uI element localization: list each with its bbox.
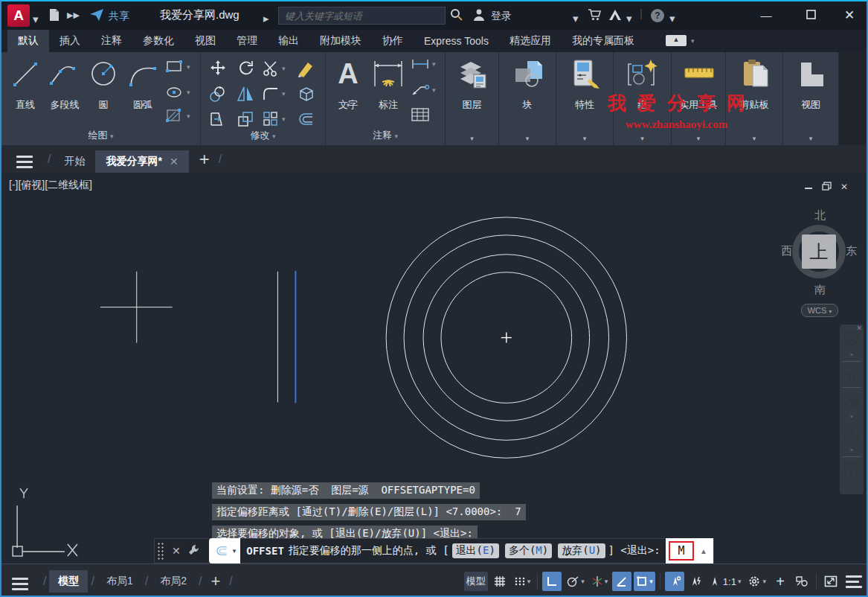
polyline-button[interactable]: 多段线: [43, 58, 86, 89]
array-button[interactable]: ▾: [262, 110, 286, 128]
view-panel-caret[interactable]: ▾: [783, 135, 838, 142]
leader-caret-icon[interactable]: ▾: [432, 86, 436, 94]
option-undo-button[interactable]: 放弃(U): [558, 543, 605, 558]
clean-screen-button[interactable]: [821, 572, 840, 591]
panel-properties[interactable]: 特性 ▾: [556, 52, 614, 145]
nav-pan-icon[interactable]: [843, 366, 860, 383]
doc-minimize-icon[interactable]: [804, 180, 813, 194]
new-tab-button[interactable]: +: [199, 149, 210, 170]
tab-document[interactable]: 我爱分享网* ✕: [95, 150, 188, 173]
panel-block[interactable]: 块 ▾: [499, 52, 556, 145]
ortho-toggle[interactable]: [542, 572, 562, 591]
quick-access-expand-icon[interactable]: ▶▶: [67, 10, 80, 20]
recent-commands-caret[interactable]: ▲: [697, 547, 710, 555]
panel-groups[interactable]: 组 ▾: [614, 52, 672, 145]
hatch-button[interactable]: ▾: [165, 109, 190, 124]
dimension-button[interactable]: 标注: [369, 58, 408, 89]
hatch-caret-icon[interactable]: ▾: [187, 112, 190, 120]
new-layout-button[interactable]: +: [205, 572, 226, 591]
panel-annotation-label[interactable]: 注释 ▾: [326, 129, 445, 142]
new-file-icon[interactable]: [48, 8, 61, 24]
tab-featured-apps[interactable]: 精选应用: [499, 30, 562, 52]
tab-layout2[interactable]: 布局2: [151, 570, 196, 593]
scale-caret-icon[interactable]: ▾: [738, 578, 742, 585]
help-icon[interactable]: ?: [650, 8, 665, 25]
rectangle-caret-icon[interactable]: ▾: [187, 63, 190, 71]
snap-caret-icon[interactable]: ▾: [527, 578, 531, 585]
signin-caret-icon[interactable]: ▾: [573, 12, 579, 25]
rotate-button[interactable]: [237, 60, 254, 77]
share-icon[interactable]: [89, 8, 104, 24]
annotation-scale-button[interactable]: 1:1 ▾: [708, 572, 744, 591]
isodraft-toggle[interactable]: ▾: [589, 572, 611, 591]
doc-restore-icon[interactable]: [822, 180, 832, 194]
viewcube-east[interactable]: 东: [846, 244, 857, 258]
tab-insert[interactable]: 插入: [49, 30, 91, 52]
polar-caret-icon[interactable]: ▾: [581, 578, 585, 585]
text-button[interactable]: A 文字 ▾: [332, 58, 364, 89]
move-button[interactable]: [208, 60, 228, 77]
tab-layout1[interactable]: 布局1: [97, 570, 142, 593]
osnap-toggle[interactable]: ▾: [634, 572, 655, 591]
viewcube[interactable]: 北 西 东 南 上 WCS ▾: [786, 208, 853, 320]
navigation-bar[interactable]: ✕ ▾ ▾ ▾: [840, 325, 864, 494]
tab-custom-panel[interactable]: 我的专属面板: [562, 30, 645, 52]
tab-view[interactable]: 视图: [184, 30, 226, 52]
nav-orbit-icon[interactable]: [843, 424, 860, 442]
status-customize-button[interactable]: [843, 572, 862, 591]
arc-button[interactable]: 圆弧 ▾: [123, 58, 162, 89]
tab-collaborate[interactable]: 协作: [372, 30, 414, 52]
clipboard-panel-caret[interactable]: ▾: [726, 135, 782, 142]
autodesk-caret-icon[interactable]: ▾: [626, 12, 632, 25]
panel-view[interactable]: 视图 ▾: [783, 52, 839, 145]
otrack-toggle[interactable]: [612, 572, 631, 591]
osnap-caret-icon[interactable]: ▾: [649, 578, 653, 585]
tab-output[interactable]: 输出: [268, 30, 309, 52]
tab-parametric[interactable]: 参数化: [132, 30, 184, 52]
viewcube-west[interactable]: 西: [781, 244, 792, 258]
ribbon-display-caret-icon[interactable]: ▾: [691, 37, 695, 45]
snap-toggle[interactable]: ▾: [512, 572, 533, 591]
groups-panel-caret[interactable]: ▾: [614, 135, 671, 142]
file-tabs-menu-icon[interactable]: [16, 153, 33, 166]
tab-home[interactable]: 默认: [7, 30, 49, 52]
maximize-button[interactable]: [800, 6, 822, 25]
mirror-button[interactable]: [237, 85, 254, 103]
active-command-icon[interactable]: ▾: [209, 538, 241, 564]
command-input-area[interactable]: M ▲: [666, 538, 713, 564]
panel-modify-label[interactable]: 修改 ▾: [201, 129, 325, 142]
minimize-button[interactable]: —: [755, 6, 777, 25]
help-caret-icon[interactable]: ▾: [669, 12, 675, 25]
command-input-value[interactable]: M: [669, 541, 694, 561]
trim-caret-icon[interactable]: ▾: [282, 65, 286, 72]
fillet-caret-icon[interactable]: ▾: [282, 90, 286, 98]
isodraft-caret-icon[interactable]: ▾: [605, 578, 608, 585]
layers-panel-caret[interactable]: ▾: [446, 135, 498, 142]
copy-button[interactable]: [208, 85, 228, 103]
drawing-canvas[interactable]: [-][俯视][二维线框] ✕ 北 西 东 南 上 WCS ▾ ✕ ▾ ▾: [1, 173, 867, 564]
tab-annotate[interactable]: 注释: [91, 30, 132, 52]
polar-toggle[interactable]: ▾: [564, 572, 587, 591]
model-space-button[interactable]: 模型: [464, 572, 488, 591]
line-button[interactable]: 直线: [7, 58, 43, 89]
layout-menu-icon[interactable]: [12, 575, 28, 588]
autodesk-logo-icon[interactable]: [608, 8, 623, 24]
nav-showmotion-icon[interactable]: [843, 462, 861, 478]
properties-panel-caret[interactable]: ▾: [556, 135, 613, 142]
ellipse-button[interactable]: ▾: [165, 85, 190, 100]
customization-add-button[interactable]: +: [771, 572, 790, 591]
explode-button[interactable]: [296, 85, 315, 103]
utilities-panel-caret[interactable]: ▾: [672, 135, 725, 142]
store-cart-icon[interactable]: [588, 8, 602, 24]
grid-toggle[interactable]: [490, 572, 509, 591]
isolate-objects-button[interactable]: [792, 572, 811, 591]
stretch-button[interactable]: [208, 110, 228, 128]
wcs-dropdown[interactable]: WCS ▾: [801, 304, 838, 317]
workspace-switch-button[interactable]: ▾: [745, 572, 768, 591]
viewcube-north[interactable]: 北: [814, 208, 826, 223]
tab-manage[interactable]: 管理: [226, 30, 268, 52]
leader-button[interactable]: ▾: [411, 83, 436, 97]
circle-button[interactable]: 圆 ▾: [86, 58, 120, 89]
signin-label[interactable]: 登录: [491, 10, 512, 23]
viewport-controls-label[interactable]: [-][俯视][二维线框]: [9, 179, 92, 192]
